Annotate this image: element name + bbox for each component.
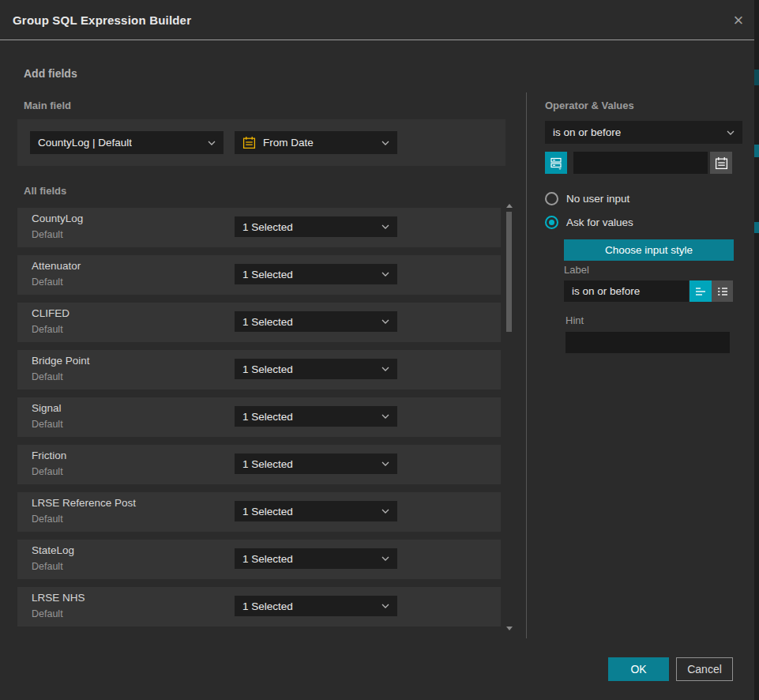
chevron-down-icon [727, 130, 735, 135]
field-selection-dropdown-value: 1 Selected [242, 553, 293, 565]
chevron-down-icon [381, 509, 389, 514]
label-input[interactable] [564, 280, 689, 302]
field-name: Bridge Point [32, 355, 90, 367]
field-row: Bridge Point Default 1 Selected [17, 350, 501, 390]
field-subtitle: Default [32, 324, 63, 335]
field-row: LRSE Reference Post Default 1 Selected [17, 492, 501, 532]
field-name: LRSE NHS [32, 592, 85, 604]
field-selection-dropdown[interactable]: 1 Selected [235, 406, 397, 427]
label-caption: Label [564, 264, 589, 276]
ask-for-values-label: Ask for values [566, 216, 633, 228]
field-subtitle: Default [32, 561, 63, 572]
chevron-down-icon [381, 224, 389, 229]
chevron-down-icon [381, 461, 389, 466]
chevron-down-icon [381, 319, 389, 324]
chevron-down-icon [381, 141, 389, 145]
chevron-down-icon [381, 604, 389, 608]
field-name: Attenuator [32, 260, 81, 272]
chevron-down-icon [381, 367, 389, 371]
field-row: Signal Default 1 Selected [17, 397, 501, 437]
field-selection-dropdown[interactable]: 1 Selected [235, 501, 397, 521]
chevron-down-icon [208, 141, 216, 145]
chevron-down-icon [381, 556, 389, 561]
cancel-button[interactable]: Cancel [676, 657, 733, 681]
calendar-picker-icon[interactable] [710, 152, 732, 174]
field-selection-dropdown[interactable]: 1 Selected [235, 548, 397, 569]
field-selection-dropdown-value: 1 Selected [242, 363, 293, 375]
scroll-down-icon[interactable] [506, 627, 513, 630]
close-icon[interactable]: × [726, 8, 751, 33]
operator-dropdown[interactable]: is on or before [545, 121, 742, 144]
radio-icon [545, 192, 558, 205]
field-selection-dropdown-value: 1 Selected [242, 316, 293, 328]
field-selection-dropdown[interactable]: 1 Selected [235, 453, 397, 474]
background-fragment [754, 145, 759, 157]
field-name: Friction [32, 450, 66, 461]
field-name: Signal [32, 402, 62, 414]
field-row: CLIFED Default 1 Selected [17, 303, 501, 342]
field-selection-dropdown-value: 1 Selected [242, 506, 293, 517]
add-fields-heading: Add fields [24, 67, 77, 80]
operator-values-heading: Operator & Values [545, 100, 634, 111]
field-selection-dropdown[interactable]: 1 Selected [235, 216, 397, 237]
list-scrollbar[interactable] [505, 202, 514, 630]
choose-input-style-button[interactable]: Choose input style [564, 239, 734, 261]
field-subtitle: Default [32, 514, 63, 525]
field-row: Friction Default 1 Selected [17, 445, 501, 484]
all-fields-heading: All fields [24, 185, 66, 197]
field-row: StateLog Default 1 Selected [17, 540, 501, 579]
field-selection-dropdown[interactable]: 1 Selected [235, 264, 397, 284]
no-user-input-radio[interactable]: No user input [545, 192, 629, 205]
field-row: CountyLog Default 1 Selected [17, 208, 501, 247]
value-date-input[interactable] [573, 152, 708, 174]
field-subtitle: Default [32, 277, 63, 288]
background-app-sliver [754, 0, 759, 700]
main-field-source-value: CountyLog | Default [38, 137, 132, 149]
single-line-input-icon[interactable] [689, 280, 712, 302]
dialog-titlebar: Group SQL Expression Builder [0, 0, 754, 40]
field-name: LRSE Reference Post [32, 497, 136, 509]
main-field-field-value: From Date [263, 137, 314, 149]
list-input-icon[interactable] [712, 280, 733, 302]
field-row: LRSE NHS Default 1 Selected [17, 587, 501, 627]
main-field-field-dropdown[interactable]: From Date [235, 131, 397, 154]
hint-input[interactable] [565, 332, 730, 353]
hint-caption: Hint [565, 314, 584, 326]
all-fields-list: CountyLog Default 1 Selected Attenuator … [17, 201, 501, 627]
scrollbar-thumb[interactable] [506, 212, 512, 332]
operator-dropdown-value: is on or before [553, 126, 621, 138]
field-selection-dropdown-value: 1 Selected [242, 600, 293, 612]
field-selection-dropdown-value: 1 Selected [242, 269, 293, 280]
field-subtitle: Default [32, 608, 63, 619]
field-selection-dropdown-value: 1 Selected [242, 458, 293, 470]
field-subtitle: Default [32, 466, 63, 477]
background-fragment [754, 222, 759, 233]
field-selection-dropdown-value: 1 Selected [242, 411, 293, 423]
field-name: CLIFED [32, 307, 70, 319]
no-user-input-label: No user input [566, 193, 629, 205]
field-selection-dropdown[interactable]: 1 Selected [235, 596, 397, 616]
dialog-title: Group SQL Expression Builder [0, 13, 191, 27]
radio-selected-icon [545, 216, 558, 229]
main-field-heading: Main field [24, 100, 71, 111]
field-subtitle: Default [32, 229, 63, 240]
chevron-down-icon [381, 414, 389, 419]
field-name: StateLog [32, 544, 74, 556]
chevron-down-icon [381, 272, 389, 277]
main-field-panel: CountyLog | Default From Date [17, 119, 505, 166]
field-name: CountyLog [32, 213, 83, 224]
scroll-up-icon[interactable] [506, 204, 513, 208]
field-subtitle: Default [32, 419, 63, 430]
field-selection-dropdown-value: 1 Selected [242, 221, 293, 233]
main-field-source-dropdown[interactable]: CountyLog | Default [30, 131, 224, 154]
calendar-date-icon [242, 136, 256, 149]
field-selection-dropdown[interactable]: 1 Selected [235, 359, 397, 379]
input-type-icon[interactable] [545, 152, 567, 174]
ok-button[interactable]: OK [608, 657, 669, 681]
field-row: Attenuator Default 1 Selected [17, 255, 501, 295]
ask-for-values-radio[interactable]: Ask for values [545, 216, 633, 229]
field-subtitle: Default [32, 371, 63, 382]
panel-divider [526, 92, 527, 638]
field-selection-dropdown[interactable]: 1 Selected [235, 311, 397, 332]
background-fragment [754, 70, 759, 85]
